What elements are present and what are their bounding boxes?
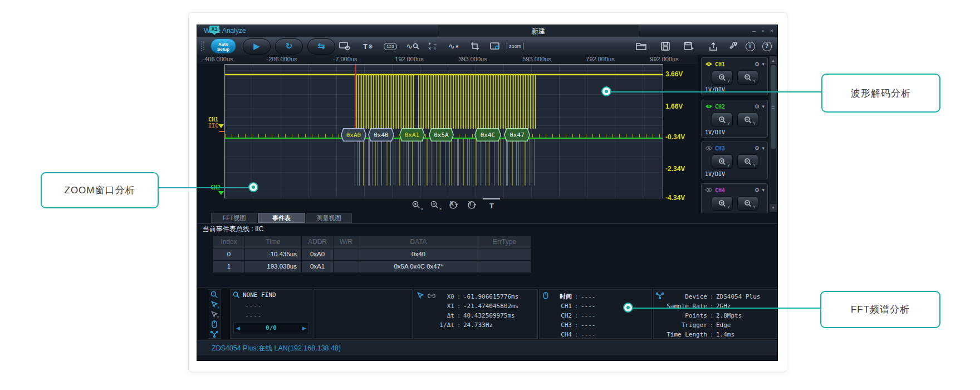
ch1-clock-burst — [418, 75, 537, 129]
magnifier-plus-icon — [718, 74, 727, 82]
ch4-scale-up-button[interactable]: Y — [712, 196, 733, 211]
eye-icon[interactable] — [705, 145, 713, 151]
screen-gear-icon — [339, 41, 350, 51]
chevron-down-icon[interactable]: ▾ — [762, 145, 765, 151]
close-button[interactable]: × — [767, 27, 776, 35]
chevron-down-icon[interactable]: ▾ — [762, 187, 765, 193]
pager-next-icon[interactable]: ▶ — [302, 325, 306, 331]
channel-card-ch3: CH3 ⚙ ▾ Y Y 1V/DIV — [701, 142, 768, 179]
maximize-button[interactable]: ▫ — [758, 27, 767, 35]
titlebar: Wave Analyze 新建 – ▫ × — [197, 25, 778, 38]
search-icon[interactable] — [210, 291, 219, 299]
ch1-scale-down-button[interactable]: Y — [737, 70, 758, 85]
magnifier-minus-icon — [744, 158, 752, 166]
callout-wave-decode: 波形解码分析 — [821, 74, 940, 113]
zoom-tool-button[interactable]: zoom — [507, 40, 523, 53]
ch4-scale-down-button[interactable]: Y — [737, 196, 758, 211]
save-button[interactable] — [657, 40, 674, 53]
display-settings-button[interactable] — [336, 40, 353, 53]
scroll-down-arrow[interactable]: ▼ — [770, 204, 776, 211]
info-button[interactable]: i — [742, 40, 758, 53]
eye-icon[interactable] — [705, 104, 713, 109]
chevron-down-icon[interactable]: ▾ — [762, 61, 765, 67]
reset-x-button[interactable]: X — [447, 199, 460, 211]
branch-icon[interactable] — [210, 330, 219, 338]
tab-fft-view[interactable]: FFT视图 — [211, 213, 257, 223]
measure-row: CH4:---- — [540, 330, 651, 339]
ch1-scale-up-button[interactable]: Y — [712, 70, 733, 85]
gear-icon[interactable]: ⚙ — [754, 61, 760, 68]
decode-frame[interactable]: 0x40 — [368, 128, 394, 142]
zoom-out-x-button[interactable]: x — [428, 199, 442, 211]
transfer-button[interactable]: ⇆ — [307, 38, 335, 55]
decode-frame[interactable]: 0x47 — [504, 128, 530, 142]
time-tick: 992.000us — [650, 56, 678, 62]
table-row[interactable]: 1 193.038us 0xA1 0x5A 0x4C 0x47* — [213, 261, 531, 272]
trigger-level-button[interactable]: T — [483, 198, 500, 212]
chevron-down-icon[interactable]: ▾ — [762, 104, 765, 109]
pager-prev-icon[interactable]: ◀ — [236, 325, 240, 331]
save-as-button[interactable] — [680, 40, 697, 53]
channel-name[interactable]: CH2 — [715, 104, 725, 110]
cursor-x-icon[interactable]: x — [210, 301, 219, 309]
table-row[interactable]: 0 -10.435us 0xA0 0x40 — [213, 248, 531, 260]
decode-frame[interactable]: 0xA0 — [341, 128, 366, 142]
waveform-plot[interactable]: 0xA0 0x40 0xA1 0x5A 0x4C 0x47 — [224, 64, 663, 198]
trigger-settings-button[interactable]: T⚙ — [360, 40, 376, 53]
reset-y-button[interactable]: Y — [465, 199, 478, 211]
ch1-clock-burst — [355, 75, 415, 129]
document-tab[interactable]: 新建 — [438, 25, 639, 37]
utilities-button[interactable] — [725, 40, 742, 53]
channel-card-ch1: CH1 ⚙ ▾ Y Y 1V/DIV — [701, 57, 768, 95]
channel-panel-scrollbar[interactable]: ▲ ▼ — [770, 56, 777, 212]
continuous-run-button[interactable]: ↻ — [275, 38, 303, 55]
eye-icon[interactable] — [705, 187, 713, 193]
minimize-button[interactable]: – — [749, 27, 758, 35]
decode-frame[interactable]: 0x4C — [474, 128, 501, 142]
connection-status: ZDS4054 Plus:在线 LAN(192.168.138.48) — [212, 344, 341, 353]
ch3-scale-up-button[interactable]: Y — [712, 154, 733, 169]
crop-button[interactable] — [467, 40, 483, 53]
open-file-button[interactable] — [633, 40, 649, 53]
eye-icon[interactable] — [705, 61, 713, 67]
tab-event-table[interactable]: 事件表 — [258, 213, 305, 223]
measure-row: CH3:---- — [540, 320, 651, 330]
channel-name[interactable]: CH1 — [715, 61, 725, 67]
gear-icon[interactable]: ⚙ — [754, 145, 760, 152]
toolbar-grip[interactable] — [201, 41, 205, 51]
math-button[interactable]: + −× ÷ — [424, 40, 441, 53]
run-button[interactable]: ▶ — [243, 38, 271, 55]
protocol-window-button[interactable] — [487, 40, 503, 53]
ch2-scale-down-button[interactable]: Y — [737, 113, 758, 127]
help-button[interactable]: ? — [758, 40, 775, 53]
voltage-tick: 3.66V — [665, 70, 683, 78]
ch1-ground-marker[interactable] — [218, 124, 224, 131]
ch3-scale-down-button[interactable]: Y — [737, 154, 758, 169]
ch2-ground-marker[interactable] — [218, 191, 224, 198]
reference-wave-button[interactable]: ∿★ — [445, 40, 462, 53]
gear-icon[interactable]: ⚙ — [754, 187, 760, 194]
swap-icon: ⇆ — [317, 41, 325, 51]
scroll-up-arrow[interactable]: ▲ — [770, 57, 776, 64]
auto-setup-button[interactable]: Auto Setup — [210, 38, 236, 53]
channel-card-ch4: CH4 ⚙ ▾ Y Y — [701, 183, 768, 213]
channel-name[interactable]: CH4 — [715, 187, 725, 193]
wave-icon: ∿ — [448, 42, 455, 51]
export-button[interactable] — [705, 40, 722, 53]
gear-icon[interactable]: ⚙ — [754, 103, 760, 110]
scrollbar-thumb[interactable] — [771, 65, 776, 149]
cursor-measure-panel: X0:-61.906615776ms X1:-21.474045802ms Δt… — [414, 289, 538, 339]
x1-cursor-badge[interactable]: X1 — [209, 26, 219, 33]
mouse-icon[interactable] — [210, 320, 219, 329]
zoom-in-x-button[interactable]: x — [410, 199, 423, 211]
ch2-scale-up-button[interactable]: Y — [712, 113, 733, 127]
decode-frame[interactable]: 0xA1 — [399, 128, 425, 142]
decode-frame[interactable]: 0x5A — [429, 128, 454, 142]
status-bar: ZDS4054 Plus:在线 LAN(192.168.138.48) — [197, 340, 778, 355]
search-icon — [233, 291, 240, 299]
channel-name[interactable]: CH3 — [715, 145, 725, 152]
waveform-search-button[interactable]: ∿ — [404, 40, 421, 53]
tab-measure-view[interactable]: 测量视图 — [306, 213, 352, 223]
decode-numeric-button[interactable]: 123 — [382, 40, 399, 53]
cursor-y-icon[interactable]: Y — [210, 310, 219, 319]
